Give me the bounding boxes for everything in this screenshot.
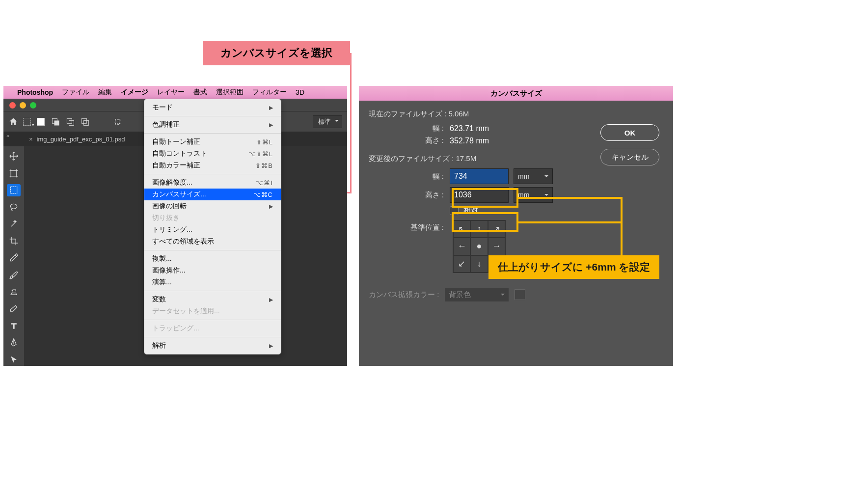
menu-item[interactable]: 自動カラー補正⇧⌘B <box>144 160 281 171</box>
width-unit-dropdown[interactable]: mm <box>514 168 553 184</box>
relative-label: 相対 <box>463 206 478 215</box>
relative-checkbox[interactable] <box>450 206 459 215</box>
toolbar-text: ほ <box>114 117 121 126</box>
menu-app[interactable]: Photoshop <box>17 88 53 96</box>
current-size-label: 現在のファイルサイズ : 5.06M <box>369 109 663 119</box>
callout-plus-6mm: 仕上がりサイズに +6mm を設定 <box>488 255 659 279</box>
anchor-n[interactable]: ↑ <box>470 220 488 238</box>
type-tool-icon[interactable] <box>7 320 21 332</box>
current-width-value: 623.71 mm <box>450 124 489 133</box>
menu-item[interactable]: 画像解像度...⌥⌘I <box>144 177 281 189</box>
current-width-label: 幅 : <box>369 124 450 133</box>
subtract-icon[interactable] <box>65 117 75 127</box>
svg-rect-6 <box>11 170 17 176</box>
callout-connector-v <box>350 53 352 193</box>
menu-item[interactable]: 画像操作... <box>144 265 281 276</box>
highlight-connector-2 <box>518 221 623 223</box>
anchor-center[interactable]: ● <box>470 238 488 255</box>
svg-rect-5 <box>84 120 89 125</box>
cancel-button[interactable]: キャンセル <box>600 149 659 165</box>
menu-item[interactable]: 解析▶ <box>144 340 281 352</box>
menu-image[interactable]: イメージ <box>121 88 148 97</box>
menu-item[interactable]: 色調補正▶ <box>144 119 281 131</box>
menu-item: 切り抜き <box>144 212 281 224</box>
width-input[interactable]: 734 <box>450 168 509 184</box>
callout-select-canvas: カンバスサイズを選択 <box>203 41 350 65</box>
menu-item[interactable]: 自動トーン補正⇧⌘L <box>144 136 281 148</box>
panel-collapse-icon[interactable]: » <box>3 133 24 141</box>
canvas-size-dialog: カンバスサイズ 現在のファイルサイズ : 5.06M 幅 :623.71 mm … <box>359 86 673 366</box>
menu-item: トラッピング... <box>144 323 281 334</box>
menu-item[interactable]: カンバスサイズ...⌥⌘C <box>144 189 281 200</box>
highlight-connector-1 <box>518 197 623 199</box>
menu-file[interactable]: ファイル <box>62 88 89 97</box>
brush-tool-icon[interactable] <box>7 269 21 281</box>
menu-item[interactable]: 自動コントラスト⌥⇧⌘L <box>144 148 281 160</box>
menu-item[interactable]: 変数▶ <box>144 294 281 305</box>
crop-tool-icon[interactable] <box>7 235 21 247</box>
anchor-label: 基準位置 : <box>369 220 450 232</box>
clone-stamp-tool-icon[interactable] <box>7 286 21 298</box>
artboard-tool-icon[interactable] <box>7 167 21 180</box>
document-tab[interactable]: img_guide_pdf_exc_ps_01.psd <box>37 136 125 143</box>
height-label: 高さ : <box>369 191 450 200</box>
menu-edit[interactable]: 編集 <box>98 88 112 97</box>
anchor-sw[interactable]: ↙ <box>453 255 470 273</box>
extension-color-swatch[interactable] <box>515 289 525 300</box>
move-tool-icon[interactable] <box>7 150 21 163</box>
anchor-ne[interactable]: ↗ <box>488 220 505 238</box>
menu-layer[interactable]: レイヤー <box>157 88 185 97</box>
marquee-tool-icon[interactable] <box>7 184 21 196</box>
ok-button[interactable]: OK <box>600 124 659 141</box>
minimize-window-icon[interactable] <box>20 102 26 109</box>
menu-3d[interactable]: 3D <box>296 88 304 96</box>
dialog-title: カンバスサイズ <box>359 86 673 101</box>
svg-rect-4 <box>81 118 86 123</box>
menu-item[interactable]: すべての領域を表示 <box>144 236 281 247</box>
extension-color-label: カンバス拡張カラー : <box>369 290 439 300</box>
svg-rect-3 <box>69 120 74 125</box>
style-dropdown[interactable]: 標準 <box>313 115 342 128</box>
anchor-e[interactable]: → <box>488 238 505 255</box>
menu-select[interactable]: 選択範囲 <box>216 88 244 97</box>
maximize-window-icon[interactable] <box>30 102 36 109</box>
home-icon[interactable] <box>8 117 18 127</box>
menu-filter[interactable]: フィルター <box>252 88 287 97</box>
lasso-tool-icon[interactable] <box>7 201 21 214</box>
tools-panel <box>3 146 24 366</box>
magic-wand-tool-icon[interactable] <box>7 218 21 230</box>
extension-color-dropdown[interactable]: 背景色 <box>445 288 509 301</box>
close-window-icon[interactable] <box>9 102 16 109</box>
height-input[interactable]: 1036 <box>450 187 509 203</box>
tab-close-icon[interactable]: × <box>29 136 33 143</box>
menu-type[interactable]: 書式 <box>193 88 207 97</box>
eyedropper-tool-icon[interactable] <box>7 252 21 264</box>
fill-square-icon[interactable] <box>36 117 46 127</box>
image-menu-dropdown: モード▶色調補正▶自動トーン補正⇧⌘L自動コントラスト⌥⇧⌘L自動カラー補正⇧⌘… <box>144 99 281 355</box>
menu-item: データセットを適用... <box>144 305 281 317</box>
anchor-nw[interactable]: ↖ <box>453 220 470 238</box>
svg-rect-2 <box>67 118 72 123</box>
menubar: Photoshop ファイル 編集 イメージ レイヤー 書式 選択範囲 フィルタ… <box>3 86 347 99</box>
current-height-value: 352.78 mm <box>450 136 489 145</box>
menu-item[interactable]: モード▶ <box>144 102 281 113</box>
highlight-connector-3 <box>621 197 623 256</box>
marquee-preset-icon[interactable]: ▾ <box>23 118 31 126</box>
height-unit-dropdown[interactable]: mm <box>514 187 553 203</box>
width-label: 幅 : <box>369 172 450 181</box>
menu-item[interactable]: 複製... <box>144 253 281 265</box>
anchor-s[interactable]: ↓ <box>470 255 488 273</box>
svg-rect-1 <box>54 120 59 125</box>
eraser-tool-icon[interactable] <box>7 303 21 315</box>
path-select-tool-icon[interactable] <box>7 354 21 366</box>
current-height-label: 高さ : <box>369 136 450 145</box>
menu-item[interactable]: トリミング... <box>144 224 281 236</box>
svg-point-8 <box>10 204 17 209</box>
anchor-w[interactable]: ← <box>453 238 470 255</box>
intersect-icon[interactable] <box>80 117 90 127</box>
menu-item[interactable]: 演算... <box>144 276 281 288</box>
overlap-icon[interactable] <box>51 117 60 127</box>
svg-rect-7 <box>10 187 17 193</box>
menu-item[interactable]: 画像の回転▶ <box>144 200 281 212</box>
pen-tool-icon[interactable] <box>7 337 21 349</box>
